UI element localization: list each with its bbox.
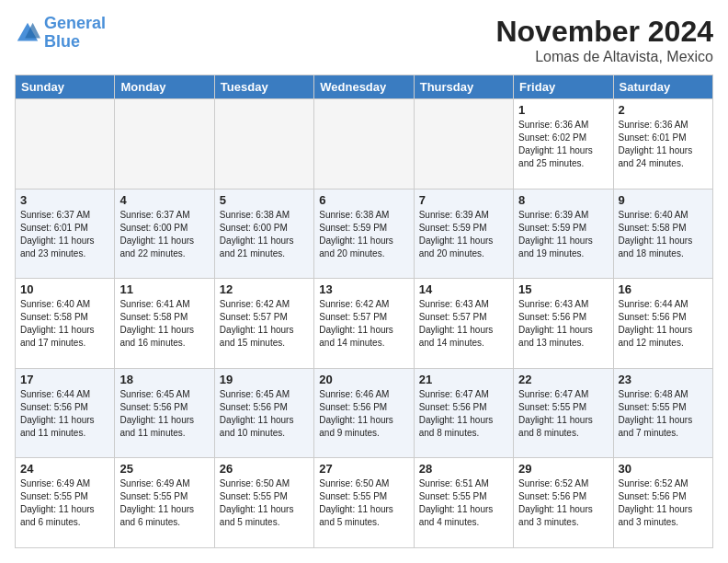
day-info: Sunrise: 6:39 AMSunset: 5:59 PMDaylight:… — [419, 209, 508, 260]
day-number: 2 — [619, 103, 708, 117]
day-number: 30 — [619, 462, 708, 476]
day-number: 27 — [319, 462, 408, 476]
day-number: 13 — [319, 282, 408, 296]
calendar-cell: 22Sunrise: 6:47 AMSunset: 5:55 PMDayligh… — [514, 368, 613, 458]
day-info: Sunrise: 6:43 AMSunset: 5:57 PMDaylight:… — [419, 298, 508, 350]
logo: General Blue — [15, 15, 106, 52]
day-number: 18 — [119, 373, 209, 386]
day-number: 1 — [518, 103, 608, 117]
day-info: Sunrise: 6:40 AMSunset: 5:58 PMDaylight:… — [619, 209, 708, 260]
calendar-cell: 6Sunrise: 6:38 AMSunset: 5:59 PMDaylight… — [314, 189, 414, 279]
calendar-cell: 20Sunrise: 6:46 AMSunset: 5:56 PMDayligh… — [314, 368, 414, 458]
day-info: Sunrise: 6:44 AMSunset: 5:56 PMDaylight:… — [619, 298, 708, 350]
calendar-cell: 30Sunrise: 6:52 AMSunset: 5:56 PMDayligh… — [613, 458, 712, 548]
day-info: Sunrise: 6:39 AMSunset: 5:59 PMDaylight:… — [518, 209, 608, 260]
day-info: Sunrise: 6:44 AMSunset: 5:56 PMDaylight:… — [20, 388, 109, 440]
calendar-cell: 21Sunrise: 6:47 AMSunset: 5:56 PMDayligh… — [414, 368, 513, 458]
calendar-week-row: 10Sunrise: 6:40 AMSunset: 5:58 PMDayligh… — [16, 279, 713, 369]
day-number: 5 — [220, 193, 309, 207]
calendar-title: November 2024 — [495, 15, 713, 49]
day-number: 17 — [20, 373, 109, 386]
logo-icon — [15, 20, 40, 46]
col-header-friday: Friday — [514, 75, 613, 99]
calendar-cell: 29Sunrise: 6:52 AMSunset: 5:56 PMDayligh… — [514, 458, 613, 548]
calendar-cell: 14Sunrise: 6:43 AMSunset: 5:57 PMDayligh… — [414, 279, 513, 369]
day-number: 8 — [518, 193, 608, 207]
day-number: 7 — [419, 193, 508, 207]
calendar-cell: 26Sunrise: 6:50 AMSunset: 5:55 PMDayligh… — [214, 458, 313, 548]
day-number: 15 — [518, 282, 608, 296]
calendar-cell: 17Sunrise: 6:44 AMSunset: 5:56 PMDayligh… — [16, 368, 115, 458]
calendar-cell: 25Sunrise: 6:49 AMSunset: 5:55 PMDayligh… — [115, 458, 214, 548]
day-info: Sunrise: 6:41 AMSunset: 5:58 PMDaylight:… — [119, 298, 209, 350]
day-info: Sunrise: 6:42 AMSunset: 5:57 PMDaylight:… — [220, 298, 309, 350]
calendar-cell: 24Sunrise: 6:49 AMSunset: 5:55 PMDayligh… — [16, 458, 115, 548]
day-info: Sunrise: 6:48 AMSunset: 5:55 PMDaylight:… — [619, 388, 708, 440]
header: General Blue November 2024 Lomas de Alta… — [15, 15, 713, 65]
day-info: Sunrise: 6:50 AMSunset: 5:55 PMDaylight:… — [220, 477, 309, 529]
col-header-sunday: Sunday — [16, 75, 115, 99]
calendar-cell: 7Sunrise: 6:39 AMSunset: 5:59 PMDaylight… — [414, 189, 513, 279]
day-info: Sunrise: 6:36 AMSunset: 6:02 PMDaylight:… — [518, 119, 608, 170]
calendar-cell: 28Sunrise: 6:51 AMSunset: 5:55 PMDayligh… — [414, 458, 513, 548]
logo-line1: General — [44, 14, 106, 32]
day-info: Sunrise: 6:38 AMSunset: 5:59 PMDaylight:… — [319, 209, 408, 260]
day-info: Sunrise: 6:40 AMSunset: 5:58 PMDaylight:… — [20, 298, 109, 350]
day-info: Sunrise: 6:43 AMSunset: 5:56 PMDaylight:… — [518, 298, 608, 350]
day-number: 20 — [319, 373, 408, 386]
day-info: Sunrise: 6:42 AMSunset: 5:57 PMDaylight:… — [319, 298, 408, 350]
logo-line2: Blue — [44, 32, 80, 51]
day-info: Sunrise: 6:51 AMSunset: 5:55 PMDaylight:… — [419, 477, 508, 529]
day-number: 26 — [220, 462, 309, 476]
day-number: 6 — [319, 193, 408, 207]
day-info: Sunrise: 6:52 AMSunset: 5:56 PMDaylight:… — [619, 477, 708, 529]
calendar-cell — [115, 99, 214, 190]
calendar-cell — [414, 99, 513, 190]
calendar-cell: 8Sunrise: 6:39 AMSunset: 5:59 PMDaylight… — [514, 189, 613, 279]
calendar-cell — [214, 99, 313, 190]
col-header-monday: Monday — [115, 75, 214, 99]
calendar-table: SundayMondayTuesdayWednesdayThursdayFrid… — [15, 75, 713, 548]
calendar-cell: 11Sunrise: 6:41 AMSunset: 5:58 PMDayligh… — [115, 279, 214, 369]
calendar-cell: 13Sunrise: 6:42 AMSunset: 5:57 PMDayligh… — [314, 279, 414, 369]
day-info: Sunrise: 6:36 AMSunset: 6:01 PMDaylight:… — [619, 119, 708, 170]
calendar-cell: 9Sunrise: 6:40 AMSunset: 5:58 PMDaylight… — [613, 189, 712, 279]
col-header-tuesday: Tuesday — [214, 75, 313, 99]
calendar-week-row: 17Sunrise: 6:44 AMSunset: 5:56 PMDayligh… — [16, 368, 713, 458]
day-number: 28 — [419, 462, 508, 476]
calendar-cell: 18Sunrise: 6:45 AMSunset: 5:56 PMDayligh… — [115, 368, 214, 458]
day-number: 11 — [119, 282, 209, 296]
day-info: Sunrise: 6:38 AMSunset: 6:00 PMDaylight:… — [220, 209, 309, 260]
col-header-wednesday: Wednesday — [314, 75, 414, 99]
day-number: 4 — [119, 193, 209, 207]
day-info: Sunrise: 6:47 AMSunset: 5:56 PMDaylight:… — [419, 388, 508, 440]
calendar-cell — [314, 99, 414, 190]
calendar-cell: 15Sunrise: 6:43 AMSunset: 5:56 PMDayligh… — [514, 279, 613, 369]
calendar-cell: 1Sunrise: 6:36 AMSunset: 6:02 PMDaylight… — [514, 99, 613, 190]
day-number: 14 — [419, 282, 508, 296]
day-number: 29 — [518, 462, 608, 476]
calendar-cell: 27Sunrise: 6:50 AMSunset: 5:55 PMDayligh… — [314, 458, 414, 548]
day-info: Sunrise: 6:52 AMSunset: 5:56 PMDaylight:… — [518, 477, 608, 529]
day-number: 9 — [619, 193, 708, 207]
day-number: 24 — [20, 462, 109, 476]
day-info: Sunrise: 6:49 AMSunset: 5:55 PMDaylight:… — [20, 477, 109, 529]
calendar-cell: 5Sunrise: 6:38 AMSunset: 6:00 PMDaylight… — [214, 189, 313, 279]
day-info: Sunrise: 6:37 AMSunset: 6:01 PMDaylight:… — [20, 209, 109, 260]
title-block: November 2024 Lomas de Altavista, Mexico — [495, 15, 713, 65]
calendar-week-row: 1Sunrise: 6:36 AMSunset: 6:02 PMDaylight… — [16, 99, 713, 190]
calendar-cell: 2Sunrise: 6:36 AMSunset: 6:01 PMDaylight… — [613, 99, 712, 190]
day-number: 16 — [619, 282, 708, 296]
day-number: 19 — [220, 373, 309, 386]
logo-text: General Blue — [44, 15, 106, 52]
calendar-week-row: 3Sunrise: 6:37 AMSunset: 6:01 PMDaylight… — [16, 189, 713, 279]
calendar-cell: 19Sunrise: 6:45 AMSunset: 5:56 PMDayligh… — [214, 368, 313, 458]
day-info: Sunrise: 6:47 AMSunset: 5:55 PMDaylight:… — [518, 388, 608, 440]
day-info: Sunrise: 6:45 AMSunset: 5:56 PMDaylight:… — [220, 388, 309, 440]
day-number: 10 — [20, 282, 109, 296]
day-info: Sunrise: 6:37 AMSunset: 6:00 PMDaylight:… — [119, 209, 209, 260]
calendar-week-row: 24Sunrise: 6:49 AMSunset: 5:55 PMDayligh… — [16, 458, 713, 548]
day-info: Sunrise: 6:49 AMSunset: 5:55 PMDaylight:… — [119, 477, 209, 529]
col-header-saturday: Saturday — [613, 75, 712, 99]
calendar-cell: 10Sunrise: 6:40 AMSunset: 5:58 PMDayligh… — [16, 279, 115, 369]
